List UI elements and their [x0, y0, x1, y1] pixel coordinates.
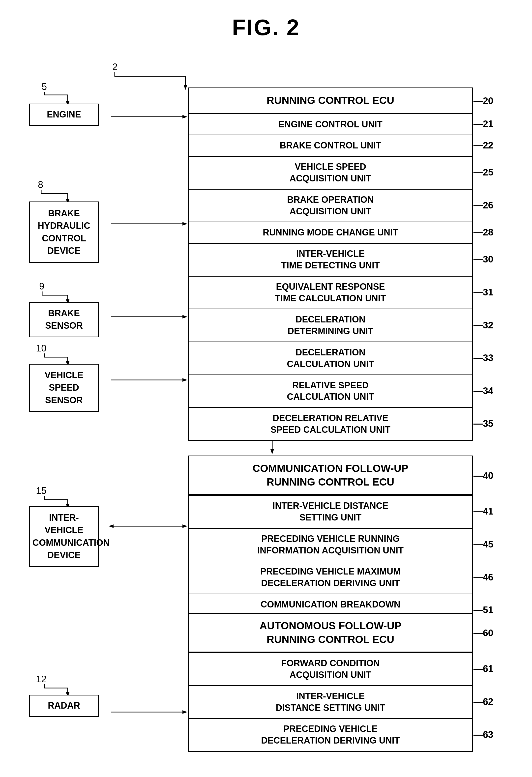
brake-sensor-device: BRAKESENSOR [29, 302, 109, 337]
brake-control-unit-label: BRAKE CONTROL UNIT [280, 140, 381, 150]
brake-hydraulic-label: BRAKEHYDRAULICCONTROLDEVICE [38, 208, 90, 256]
num-25: —25 [473, 167, 493, 178]
svg-marker-23 [109, 525, 114, 528]
num-61: —61 [473, 663, 493, 674]
running-mode-change-label: RUNNING MODE CHANGE UNIT [263, 227, 398, 237]
vehicle-speed-sensor-box: VEHICLESPEEDSENSOR [29, 364, 99, 412]
brake-operation-acquisition-label: BRAKE OPERATIONACQUISITION UNIT [287, 195, 374, 216]
brake-sensor-box: BRAKESENSOR [29, 302, 99, 337]
engine-box: ENGINE [29, 104, 99, 126]
figure-title: FIG. 2 [20, 15, 512, 40]
brake-operation-acquisition: BRAKE OPERATIONACQUISITION UNIT [189, 189, 472, 222]
svg-text:15: 15 [36, 485, 46, 496]
autonomous-follow-up-ecu: AUTONOMOUS FOLLOW-UPRUNNING CONTROL ECU [189, 614, 472, 652]
autonomous-follow-up-ecu-group: AUTONOMOUS FOLLOW-UPRUNNING CONTROL ECU … [188, 613, 473, 752]
num-46: —46 [473, 572, 493, 582]
deceleration-calculation: DECELERATIONCALCULATION UNIT [189, 342, 472, 374]
svg-marker-15 [183, 115, 187, 118]
num-40: —40 [473, 470, 493, 481]
num-63: —63 [473, 729, 493, 740]
svg-text:2: 2 [112, 62, 117, 72]
deceleration-relative-speed: DECELERATION RELATIVESPEED CALCULATION U… [189, 407, 472, 440]
inter-vehicle-distance-setting-label: INTER-VEHICLE DISTANCESETTING UNIT [273, 501, 388, 523]
engine-control-unit-label: ENGINE CONTROL UNIT [279, 119, 382, 129]
equivalent-response-time: EQUIVALENT RESPONSETIME CALCULATION UNIT [189, 276, 472, 309]
num-45: —45 [473, 539, 493, 550]
svg-text:12: 12 [36, 674, 46, 684]
num-22: —22 [473, 140, 493, 151]
forward-condition-acquisition: FORWARD CONDITIONACQUISITION UNIT [189, 652, 472, 685]
svg-marker-19 [183, 315, 187, 319]
inter-vehicle-comm-label: INTER-VEHICLECOMMUNICATIONDEVICE [32, 513, 110, 560]
svg-text:5: 5 [42, 82, 47, 92]
running-mode-change: RUNNING MODE CHANGE UNIT [189, 222, 472, 243]
svg-text:10: 10 [36, 343, 46, 353]
comm-follow-up-ecu-label: COMMUNICATION FOLLOW-UPRUNNING CONTROL E… [252, 462, 408, 488]
engine-device: ENGINE [29, 104, 109, 126]
inter-vehicle-time-detecting-label: INTER-VEHICLETIME DETECTING UNIT [281, 249, 380, 270]
inter-vehicle-distance-setting-2: INTER-VEHICLEDISTANCE SETTING UNIT [189, 685, 472, 718]
comm-follow-up-ecu-group: COMMUNICATION FOLLOW-UPRUNNING CONTROL E… [188, 456, 473, 627]
forward-condition-acquisition-label: FORWARD CONDITIONACQUISITION UNIT [281, 658, 380, 680]
running-control-ecu: RUNNING CONTROL ECU [189, 88, 472, 114]
radar-device: RADAR [29, 695, 109, 717]
brake-sensor-label: BRAKESENSOR [45, 308, 83, 331]
preceding-vehicle-running-info-label: PRECEDING VEHICLE RUNNINGINFORMATION ACQ… [257, 534, 404, 555]
equivalent-response-time-label: EQUIVALENT RESPONSETIME CALCULATION UNIT [275, 282, 386, 303]
svg-marker-24 [183, 525, 187, 528]
inter-vehicle-distance-setting-2-label: INTER-VEHICLEDISTANCE SETTING UNIT [276, 691, 385, 713]
brake-control-unit: BRAKE CONTROL UNIT [189, 135, 472, 156]
preceding-vehicle-running-info: PRECEDING VEHICLE RUNNINGINFORMATION ACQ… [189, 528, 472, 561]
page: FIG. 2 2 5 8 9 10 [0, 0, 532, 777]
preceding-vehicle-decel-deriving-label: PRECEDING VEHICLEDECELERATION DERIVING U… [261, 724, 400, 746]
num-62: —62 [473, 696, 493, 707]
num-35: —35 [473, 418, 493, 429]
num-34: —34 [473, 385, 493, 396]
vehicle-speed-acquisition: VEHICLE SPEEDACQUISITION UNIT [189, 156, 472, 189]
relative-speed-calculation-label: RELATIVE SPEEDCALCULATION UNIT [287, 380, 374, 402]
svg-text:9: 9 [39, 281, 44, 292]
inter-vehicle-comm-box: INTER-VEHICLECOMMUNICATIONDEVICE [29, 506, 99, 567]
inter-vehicle-comm-device: INTER-VEHICLECOMMUNICATIONDEVICE [29, 506, 109, 567]
radar-box: RADAR [29, 695, 99, 717]
autonomous-follow-up-ecu-label: AUTONOMOUS FOLLOW-UPRUNNING CONTROL ECU [259, 620, 401, 645]
preceding-vehicle-max-decel-label: PRECEDING VEHICLE MAXIMUMDECELERATION DE… [260, 566, 401, 588]
num-32: —32 [473, 320, 493, 330]
num-30: —30 [473, 254, 493, 265]
deceleration-relative-speed-label: DECELERATION RELATIVESPEED CALCULATION U… [271, 413, 390, 435]
num-33: —33 [473, 353, 493, 363]
engine-label: ENGINE [47, 109, 81, 119]
svg-marker-21 [183, 378, 187, 382]
num-31: —31 [473, 287, 493, 298]
inter-vehicle-time-detecting: INTER-VEHICLETIME DETECTING UNIT [189, 243, 472, 276]
brake-hydraulic-box: BRAKEHYDRAULICCONTROLDEVICE [29, 202, 99, 263]
svg-marker-29 [271, 449, 274, 454]
num-41: —41 [473, 506, 493, 517]
svg-marker-26 [183, 710, 187, 714]
vehicle-speed-sensor-device: VEHICLESPEEDSENSOR [29, 364, 109, 412]
deceleration-determining: DECELERATIONDETERMINING UNIT [189, 309, 472, 342]
preceding-vehicle-decel-deriving: PRECEDING VEHICLEDECELERATION DERIVING U… [189, 718, 472, 751]
svg-marker-1 [184, 85, 187, 90]
vehicle-speed-acquisition-label: VEHICLE SPEEDACQUISITION UNIT [290, 161, 371, 184]
svg-marker-17 [183, 222, 187, 226]
num-51: —51 [473, 605, 493, 616]
num-20: —20 [473, 95, 493, 106]
relative-speed-calculation: RELATIVE SPEEDCALCULATION UNIT [189, 374, 472, 408]
vehicle-speed-sensor-label: VEHICLESPEEDSENSOR [44, 370, 83, 405]
deceleration-calculation-label: DECELERATIONCALCULATION UNIT [287, 347, 374, 369]
diagram-wrapper: 2 5 8 9 10 15 12 [24, 55, 508, 777]
running-control-ecu-label: RUNNING CONTROL ECU [267, 94, 395, 106]
preceding-vehicle-max-decel: PRECEDING VEHICLE MAXIMUMDECELERATION DE… [189, 561, 472, 593]
inter-vehicle-distance-setting: INTER-VEHICLE DISTANCESETTING UNIT [189, 495, 472, 528]
radar-label: RADAR [48, 700, 80, 710]
brake-hydraulic-device: BRAKEHYDRAULICCONTROLDEVICE [29, 202, 109, 263]
num-21: —21 [473, 119, 493, 129]
running-control-ecu-group: RUNNING CONTROL ECU —20 ENGINE CONTROL U… [188, 88, 473, 441]
num-28: —28 [473, 227, 493, 238]
comm-follow-up-ecu: COMMUNICATION FOLLOW-UPRUNNING CONTROL E… [189, 456, 472, 495]
num-60: —60 [473, 628, 493, 639]
engine-control-unit: ENGINE CONTROL UNIT [189, 114, 472, 135]
deceleration-determining-label: DECELERATIONDETERMINING UNIT [288, 314, 374, 336]
svg-text:8: 8 [38, 180, 43, 190]
